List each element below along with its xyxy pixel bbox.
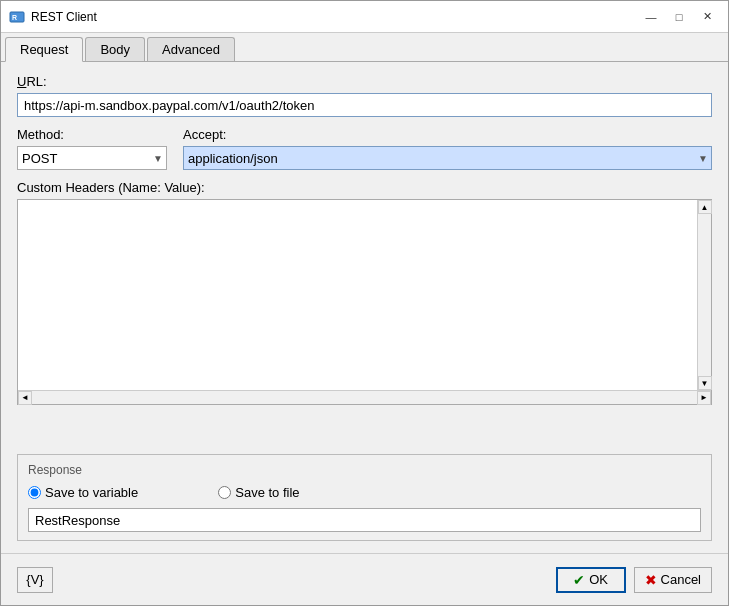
tab-request[interactable]: Request [5,37,83,62]
save-to-variable-radio[interactable] [28,486,41,499]
headers-textarea-container: ▲ ▼ ◄ ► [17,199,712,405]
minimize-button[interactable]: — [638,7,664,27]
accept-select[interactable]: application/json application/xml text/pl… [183,146,712,170]
tab-bar: Request Body Advanced [1,33,728,62]
headers-label: Custom Headers (Name: Value): [17,180,712,195]
scroll-left-arrow[interactable]: ◄ [18,391,32,405]
variable-button[interactable]: {V} [17,567,53,593]
method-select[interactable]: GET POST PUT DELETE PATCH HEAD OPTIONS [17,146,167,170]
ok-label: OK [589,572,608,587]
response-variable-input[interactable] [28,508,701,532]
cancel-button[interactable]: ✖ Cancel [634,567,712,593]
rest-client-window: R REST Client — □ ✕ Request Body Advance… [0,0,729,606]
method-select-wrapper: GET POST PUT DELETE PATCH HEAD OPTIONS ▼ [17,146,167,170]
scroll-down-arrow[interactable]: ▼ [698,376,712,390]
method-accept-row: Method: GET POST PUT DELETE PATCH HEAD O… [17,127,712,170]
response-section: Response Save to variable Save to file [17,454,712,541]
accept-group: Accept: application/json application/xml… [183,127,712,170]
method-group: Method: GET POST PUT DELETE PATCH HEAD O… [17,127,167,170]
headers-textarea-inner: ▲ ▼ [18,200,711,390]
save-to-variable-label: Save to variable [45,485,138,500]
scroll-right-arrow[interactable]: ► [697,391,711,405]
ok-button[interactable]: ✔ OK [556,567,626,593]
radio-row: Save to variable Save to file [28,485,701,500]
window-title: REST Client [31,10,638,24]
url-field-group: URL: [17,74,712,117]
tab-advanced[interactable]: Advanced [147,37,235,61]
form-content: URL: Method: GET POST PUT DELETE PATCH H… [1,62,728,553]
save-to-file-label: Save to file [235,485,299,500]
headers-textarea[interactable] [18,200,697,390]
scroll-up-arrow[interactable]: ▲ [698,200,712,214]
ok-check-icon: ✔ [573,572,585,588]
maximize-button[interactable]: □ [666,7,692,27]
url-label: URL: [17,74,712,89]
footer: {V} ✔ OK ✖ Cancel [1,553,728,605]
method-label: Method: [17,127,167,142]
cancel-label: Cancel [661,572,701,587]
headers-group: Custom Headers (Name: Value): ▲ ▼ ◄ ► [17,180,712,444]
save-to-variable-radio-label[interactable]: Save to variable [28,485,138,500]
footer-right: ✔ OK ✖ Cancel [556,567,712,593]
svg-text:R: R [12,14,17,21]
title-bar: R REST Client — □ ✕ [1,1,728,33]
response-legend: Response [28,463,701,477]
close-button[interactable]: ✕ [694,7,720,27]
tab-body[interactable]: Body [85,37,145,61]
cancel-x-icon: ✖ [645,572,657,588]
window-controls: — □ ✕ [638,7,720,27]
accept-select-wrapper: application/json application/xml text/pl… [183,146,712,170]
accept-label: Accept: [183,127,712,142]
save-to-file-radio[interactable] [218,486,231,499]
url-input[interactable] [17,93,712,117]
headers-horizontal-scrollbar[interactable]: ◄ ► [18,390,711,404]
app-icon: R [9,9,25,25]
footer-left: {V} [17,567,53,593]
save-to-file-radio-label[interactable]: Save to file [218,485,299,500]
headers-vertical-scrollbar[interactable]: ▲ ▼ [697,200,711,390]
